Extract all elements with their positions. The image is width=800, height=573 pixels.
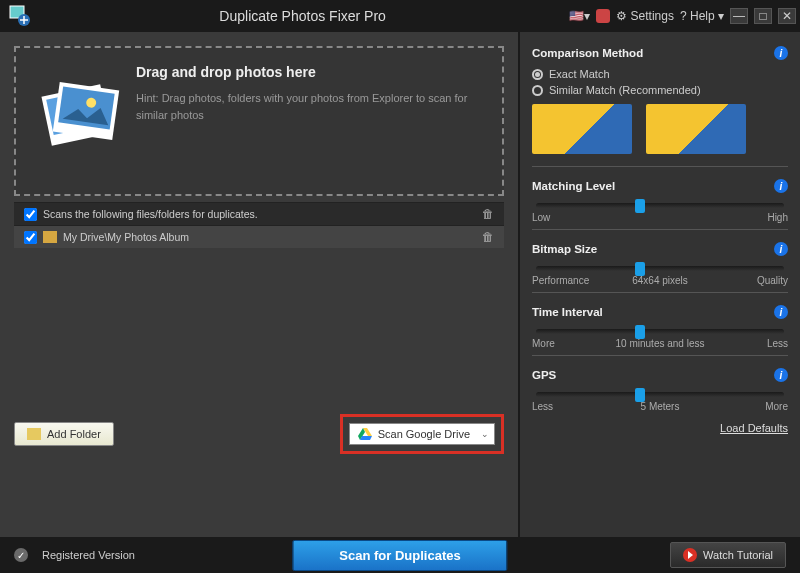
left-panel: Drag and drop photos here Hint: Drag pho… bbox=[0, 32, 520, 537]
delete-all-icon[interactable]: 🗑 bbox=[482, 207, 494, 221]
add-folder-button[interactable]: Add Folder bbox=[14, 422, 114, 446]
bitmap-size-slider[interactable]: Performance64x64 pixelsQuality bbox=[532, 266, 788, 286]
radio-icon bbox=[532, 85, 543, 96]
bitmap-size-heading: Bitmap Size i bbox=[532, 242, 788, 256]
chevron-down-icon: ⌄ bbox=[481, 429, 489, 439]
load-defaults-link[interactable]: Load Defaults bbox=[532, 422, 788, 434]
gps-heading: GPS i bbox=[532, 368, 788, 382]
delete-item-icon[interactable]: 🗑 bbox=[482, 230, 494, 244]
info-icon[interactable]: i bbox=[774, 46, 788, 60]
time-interval-slider[interactable]: More10 minutes and lessLess bbox=[532, 329, 788, 349]
check-icon: ✓ bbox=[14, 548, 28, 562]
close-button[interactable]: ✕ bbox=[778, 8, 796, 24]
info-icon[interactable]: i bbox=[774, 179, 788, 193]
flag-icon[interactable]: 🇺🇸▾ bbox=[569, 9, 590, 23]
titlebar: Duplicate Photos Fixer Pro 🇺🇸▾ ⚙ Setting… bbox=[0, 0, 800, 32]
registered-label: Registered Version bbox=[42, 549, 135, 561]
item-label: My Drive\My Photos Album bbox=[63, 231, 189, 243]
info-icon[interactable]: i bbox=[774, 368, 788, 382]
dropzone-hint: Hint: Drag photos, folders with your pho… bbox=[136, 90, 486, 123]
comparison-method-heading: Comparison Method i bbox=[532, 46, 788, 60]
file-list: My Drive\My Photos Album 🗑 bbox=[14, 226, 504, 406]
filelist-header: Scans the following files/folders for du… bbox=[14, 202, 504, 226]
app-logo-icon bbox=[8, 4, 32, 28]
folder-icon bbox=[43, 231, 57, 243]
play-icon bbox=[683, 548, 697, 562]
app-title: Duplicate Photos Fixer Pro bbox=[36, 8, 569, 24]
matching-level-heading: Matching Level i bbox=[532, 179, 788, 193]
minimize-button[interactable]: — bbox=[730, 8, 748, 24]
dropzone-heading: Drag and drop photos here bbox=[136, 64, 486, 80]
exact-match-radio[interactable]: Exact Match bbox=[532, 68, 788, 80]
settings-link[interactable]: ⚙ Settings bbox=[616, 9, 674, 23]
gps-slider[interactable]: Less5 MetersMore bbox=[532, 392, 788, 412]
thumbnail bbox=[646, 104, 746, 154]
app-window: Duplicate Photos Fixer Pro 🇺🇸▾ ⚙ Setting… bbox=[0, 0, 800, 573]
select-all-checkbox[interactable] bbox=[24, 208, 37, 221]
thumbnail bbox=[532, 104, 632, 154]
scan-for-duplicates-button[interactable]: Scan for Duplicates bbox=[292, 540, 507, 571]
similar-match-radio[interactable]: Similar Match (Recommended) bbox=[532, 84, 788, 96]
highlight-box: Scan Google Drive ⌄ bbox=[340, 414, 504, 454]
radio-icon bbox=[532, 69, 543, 80]
preview-thumbnails bbox=[532, 104, 788, 154]
watch-tutorial-button[interactable]: Watch Tutorial bbox=[670, 542, 786, 568]
list-item[interactable]: My Drive\My Photos Album 🗑 bbox=[14, 226, 504, 248]
info-icon[interactable]: i bbox=[774, 305, 788, 319]
matching-level-slider[interactable]: LowHigh bbox=[532, 203, 788, 223]
time-interval-heading: Time Interval i bbox=[532, 305, 788, 319]
filelist-header-label: Scans the following files/folders for du… bbox=[43, 208, 258, 220]
right-panel: Comparison Method i Exact Match Similar … bbox=[520, 32, 800, 537]
footer: ✓ Registered Version Scan for Duplicates… bbox=[0, 537, 800, 573]
photos-stack-icon bbox=[28, 68, 128, 168]
notification-icon[interactable] bbox=[596, 9, 610, 23]
google-drive-icon bbox=[358, 428, 372, 440]
body-area: Drag and drop photos here Hint: Drag pho… bbox=[0, 32, 800, 537]
maximize-button[interactable]: □ bbox=[754, 8, 772, 24]
dropzone[interactable]: Drag and drop photos here Hint: Drag pho… bbox=[14, 46, 504, 196]
left-bottom-bar: Add Folder Scan Google Drive ⌄ bbox=[0, 406, 518, 464]
item-checkbox[interactable] bbox=[24, 231, 37, 244]
info-icon[interactable]: i bbox=[774, 242, 788, 256]
scan-google-drive-dropdown[interactable]: Scan Google Drive ⌄ bbox=[349, 423, 495, 445]
folder-icon bbox=[27, 428, 41, 440]
help-link[interactable]: ? Help ▾ bbox=[680, 9, 724, 23]
